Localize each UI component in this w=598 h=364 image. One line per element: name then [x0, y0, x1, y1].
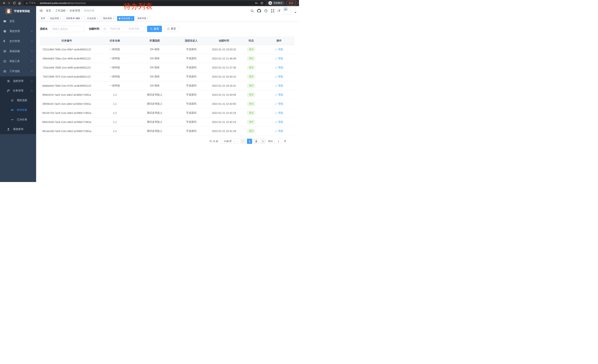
cell-process: 测试多审批人: [136, 90, 173, 99]
toolbox-icon: [3, 60, 6, 63]
goto-page-input[interactable]: [274, 139, 282, 144]
flow-tree-icon: [7, 89, 10, 92]
sidebar-item-dev-tools[interactable]: 研发工具: [0, 56, 36, 66]
table-header: 任务编号 任务名称 所属流程 流程发起人 创建时间 状态 操作: [40, 36, 295, 45]
page-size-select[interactable]: 10条/页: [221, 139, 238, 144]
bookmark-star-icon[interactable]: [260, 1, 263, 5]
approve-link[interactable]: 审批: [275, 120, 283, 124]
help-icon[interactable]: [264, 9, 268, 13]
date-range-picker[interactable]: 开始日期 - 结束日期: [101, 26, 144, 32]
text-size-icon[interactable]: TT: [277, 9, 281, 12]
page-url: dashboard.yudao.iocoder.cn/bpm/task/todo: [40, 2, 86, 4]
sidebar-item-workflow[interactable]: 工作流程: [0, 66, 36, 76]
approve-link[interactable]: 审批: [275, 93, 283, 97]
cell-task-name: 一级审批: [93, 72, 136, 81]
avatar[interactable]: [284, 7, 291, 15]
edit-pencil-icon: [275, 75, 277, 78]
close-icon[interactable]: ×: [113, 17, 114, 20]
breadcrumb-home[interactable]: 首页: [46, 9, 51, 12]
approve-link[interactable]: 审批: [275, 129, 283, 133]
cell-starter: 芋道源码: [173, 63, 209, 72]
sidebar-item-task-management[interactable]: 任务管理: [0, 86, 36, 96]
cell-task-id: 8f059c03-7ac8-11ec-a9e2-a2380e71991a: [40, 99, 93, 108]
sidebar-item-system[interactable]: 系统管理: [0, 26, 36, 36]
cell-task-name: 一级审批: [93, 81, 136, 90]
address-bar[interactable]: 不安全 dashboard.yudao.iocoder.cn/bpm/task/…: [23, 1, 266, 5]
cell-task-name: 1.1: [93, 99, 136, 108]
breadcrumb-task-management[interactable]: 任务管理: [70, 9, 80, 12]
sidebar-item-infrastructure[interactable]: 基础设施: [0, 46, 36, 56]
page-button-1[interactable]: 1: [247, 139, 252, 144]
sidebar-item-payment[interactable]: ¥ 支付管理: [0, 36, 36, 46]
close-icon[interactable]: ×: [81, 17, 82, 20]
goto-label: 前往: [268, 140, 273, 143]
edit-pencil-icon: [275, 48, 277, 51]
fullscreen-icon[interactable]: [271, 9, 274, 13]
eye-closed-icon: [11, 118, 14, 121]
chevron-down-icon: [31, 30, 33, 32]
approve-link[interactable]: 审批: [275, 48, 283, 51]
sidebar-item-home[interactable]: 首页: [0, 16, 36, 26]
browser-home-button[interactable]: [17, 1, 22, 6]
workflow-submenu: 流程管理 任务管理 我的流程 待办任务: [0, 76, 36, 134]
avatar-dropdown-caret[interactable]: [295, 12, 296, 13]
browser-back-button[interactable]: [1, 1, 6, 6]
page-button-2[interactable]: 2: [254, 139, 259, 144]
tab-start-process[interactable]: 发起流程×: [48, 16, 63, 21]
approve-link[interactable]: 审批: [275, 111, 283, 115]
close-icon[interactable]: ×: [147, 17, 148, 20]
todo-task-table: 任务编号 任务名称 所属流程 流程发起人 创建时间 状态 操作 73211d9d…: [40, 36, 295, 136]
search-button[interactable]: 搜索: [147, 26, 162, 32]
cell-created: 2022-01-22 21:37:30: [209, 63, 239, 72]
cell-process: OA 请假: [136, 63, 173, 72]
reset-button[interactable]: 重置: [164, 26, 179, 32]
browser-reload-button[interactable]: [12, 1, 17, 6]
github-icon[interactable]: [257, 9, 261, 13]
approve-link[interactable]: 审批: [275, 57, 283, 60]
close-icon[interactable]: ×: [131, 17, 133, 20]
search-icon[interactable]: [250, 9, 254, 13]
approve-link[interactable]: 审批: [275, 66, 283, 69]
approve-link[interactable]: 审批: [275, 84, 283, 87]
close-icon[interactable]: ×: [60, 17, 61, 20]
sidebar-item-my-process[interactable]: 我的流程: [0, 96, 36, 105]
next-page-button[interactable]: [260, 139, 266, 144]
process-name-input[interactable]: [50, 26, 84, 32]
tab-process-detail[interactable]: 流程详情×: [135, 16, 150, 21]
sidebar-item-process-management[interactable]: 流程管理: [0, 76, 36, 86]
security-status[interactable]: 不安全: [25, 1, 36, 5]
sidebar-item-done-tasks[interactable]: 已办任务: [0, 115, 36, 124]
cell-created: 2022-01-21 22:43:55: [209, 90, 239, 99]
tab-todo-tasks[interactable]: 待办任务×: [117, 16, 134, 21]
chevron-up-icon: [31, 90, 33, 92]
cell-created: 2022-01-21 22:43:55: [209, 99, 239, 108]
password-key-icon[interactable]: [255, 1, 258, 5]
cell-starter: 芋道源码: [173, 45, 209, 54]
cell-task-id: a6aba0a4-7b6d-11ec-b781-acde48001122: [40, 81, 93, 90]
sidebar-item-leave-query[interactable]: 请假查询: [0, 124, 36, 134]
tab-form-edit[interactable]: 流程表单-编辑×: [64, 16, 84, 21]
sidebar-item-todo-tasks[interactable]: 待办任务: [0, 105, 36, 115]
calendar-icon: [104, 28, 106, 30]
browser-forward-button[interactable]: [7, 1, 11, 6]
cell-task-id: 725a1eb6-7b88-11ec-8ef0-acde48001122: [40, 63, 93, 72]
breadcrumb-workflow[interactable]: 工作流程: [55, 9, 66, 12]
tab-my-process[interactable]: 我的流程×: [101, 16, 116, 21]
browser-menu-icon[interactable]: [295, 2, 296, 5]
approve-link[interactable]: 审批: [275, 75, 283, 78]
cell-starter: 芋道源码: [173, 118, 209, 126]
approve-link[interactable]: 审批: [275, 102, 283, 105]
edit-pencil-icon: [275, 121, 277, 123]
sidebar-collapse-button[interactable]: [39, 9, 43, 13]
table-row: 580e1b3d-7ac8-11ec-a9e2-a2380e71991a 1.1…: [40, 118, 295, 127]
browser-update-button[interactable]: 更新: [286, 1, 298, 6]
cell-created: 2022-01-22 23:53:32: [209, 45, 239, 54]
cell-process: 测试多审批人: [136, 108, 173, 117]
tab-done-tasks[interactable]: 已办任务×: [85, 16, 100, 21]
prev-page-button[interactable]: [240, 139, 245, 144]
browser-toolbar: 不安全 dashboard.yudao.iocoder.cn/bpm/task/…: [0, 0, 299, 6]
warning-icon: [25, 2, 28, 4]
close-icon[interactable]: ×: [97, 17, 98, 20]
tab-home[interactable]: 首页: [39, 16, 47, 21]
cell-process: 测试多审批人: [136, 99, 173, 108]
